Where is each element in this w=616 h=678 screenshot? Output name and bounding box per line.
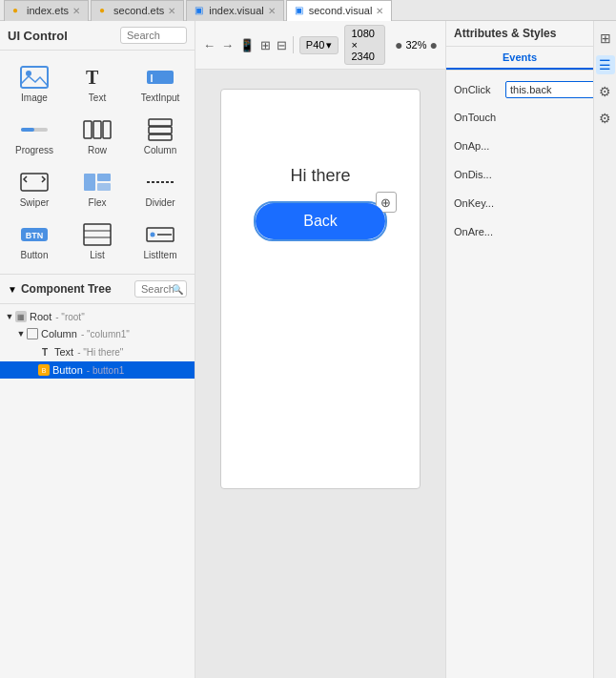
listitem-icon [145,221,175,248]
svg-text:T: T [86,67,99,88]
phone-icon[interactable]: 📱 [239,33,255,56]
back-btn[interactable]: ← [203,33,216,56]
listitem-label: ListItem [143,250,176,260]
text-node-icon: T [38,345,51,359]
tree-expand-icon[interactable]: ▼ [15,328,27,339]
resolution-display: 1080 × 2340 [344,25,385,65]
phone-back-button[interactable]: Back [256,203,385,239]
zoom-label: 32% [406,39,427,51]
tab-second-visual[interactable]: ▣ second.visual ✕ [286,0,393,21]
forward-btn[interactable]: → [221,33,234,56]
divider-label: Divider [145,197,175,208]
ui-control-title: UI Control [8,29,120,43]
component-tree-header: ▼ Component Tree 🔍 [0,275,195,304]
tab-close-icon[interactable]: ✕ [72,6,80,16]
tree-node-root[interactable]: ▼ ▦ Root - "root" [0,308,195,325]
phone-frame: Hi there ⊕ Back [220,89,421,489]
svg-rect-15 [97,174,111,181]
component-tree-section: ▼ Component Tree 🔍 ▼ ▦ Root - "root" [0,275,195,678]
tab-events[interactable]: Events [446,47,593,70]
svg-rect-7 [84,121,92,138]
event-onkey-label: OnKey... [454,197,502,209]
component-list[interactable]: List [67,216,128,266]
svg-rect-9 [103,121,111,138]
tab-second-ets[interactable]: ● second.ets ✕ [91,0,184,21]
right-panel-tabs: Events [446,47,593,71]
component-image[interactable]: Image [4,58,65,109]
panel-icon-3[interactable]: ⚙ [596,82,615,101]
tab-close-icon[interactable]: ✕ [268,6,276,16]
tab-index-ets[interactable]: ● index.ets ✕ [4,0,89,21]
grid-icon[interactable]: ⊟ [277,33,287,56]
divider-icon [145,169,175,195]
ui-control-search[interactable] [120,27,187,44]
search-icon: 🔍 [172,284,183,295]
file-icon: ▣ [195,5,206,16]
tree-collapse-icon[interactable]: ▼ [8,284,17,295]
layout-icon[interactable]: ⊞ [260,33,271,56]
ui-control-header: UI Control [0,21,195,51]
zoom-increase-icon[interactable]: ● [430,37,438,52]
event-onclick-label: OnClick [454,84,502,95]
component-textinput[interactable]: TextInput [130,58,191,109]
svg-rect-16 [97,183,111,191]
canvas-area: ← → 📱 ⊞ ⊟ P40 ▾ 1080 × 2340 ● 32% ● Hi t… [195,21,445,678]
component-swiper[interactable]: Swiper [4,163,65,214]
events-list: OnClick OnTouch OnAp... OnDis... OnKey.. [446,71,593,252]
file-icon: ● [99,5,111,16]
component-divider[interactable]: Divider [130,163,191,214]
panel-icon-4[interactable]: ⚙ [596,109,615,128]
textinput-label: TextInput [141,92,180,103]
event-ondis-value [505,165,585,184]
list-icon [82,221,113,248]
text-icon: T [82,64,113,91]
event-ontouch-label: OnTouch [454,112,502,123]
event-onap: OnAp... [446,132,593,160]
svg-rect-14 [84,174,95,191]
component-progress[interactable]: Progress [4,111,65,161]
tab-label: second.visual [309,5,373,16]
text-label: Text [89,92,106,103]
svg-rect-13 [21,174,48,191]
tab-close-icon[interactable]: ✕ [376,6,383,16]
phone-button-wrapper[interactable]: ⊕ Back [254,201,387,241]
event-onap-value [505,136,585,155]
zoom-control: ● 32% ● [395,37,438,52]
tab-label: index.ets [27,5,69,16]
tab-index-visual[interactable]: ▣ index.visual ✕ [186,0,283,21]
button-node-icon: B [38,364,50,376]
component-text[interactable]: T Text [67,58,128,109]
device-selector[interactable]: P40 ▾ [299,36,339,54]
file-icon: ▣ [295,5,306,16]
tree-node-button[interactable]: ▶ B Button - button1 [0,361,195,379]
flex-icon [82,169,113,195]
canvas-content: Hi there ⊕ Back [195,70,445,678]
event-onkey: OnKey... [446,189,593,217]
progress-label: Progress [15,145,53,155]
component-button[interactable]: BTN Button [4,216,65,266]
image-label: Image [21,92,48,103]
device-label: P40 [306,39,325,51]
event-onare: OnAre... [446,217,593,246]
component-column[interactable]: Column [130,111,191,161]
file-icon: ● [12,5,24,16]
tree-expand-icon[interactable]: ▼ [4,311,15,322]
component-row[interactable]: Row [67,111,128,161]
tab-label: second.ets [113,5,164,16]
panel-icon-2[interactable]: ☰ [596,55,615,74]
component-flex[interactable]: Flex [67,163,128,214]
event-ondis: OnDis... [446,160,593,189]
button-label: Button [21,250,49,260]
tab-close-icon[interactable]: ✕ [168,6,175,16]
attributes-header: Attributes & Styles [446,21,593,47]
panel-icon-1[interactable]: ⊞ [596,29,615,48]
tree-node-text[interactable]: ▶ T Text - "Hi there" [0,342,195,361]
canvas-toolbar: ← → 📱 ⊞ ⊟ P40 ▾ 1080 × 2340 ● 32% ● [195,21,445,70]
tab-bar: ● index.ets ✕ ● second.ets ✕ ▣ index.vis… [0,0,616,21]
zoom-decrease-icon[interactable]: ● [395,37,402,52]
column-icon [145,116,175,143]
event-onap-label: OnAp... [454,140,502,152]
component-listitem[interactable]: ListItem [130,216,191,266]
svg-rect-6 [21,128,34,132]
tree-node-column[interactable]: ▼ Column - "column1" [0,325,195,342]
